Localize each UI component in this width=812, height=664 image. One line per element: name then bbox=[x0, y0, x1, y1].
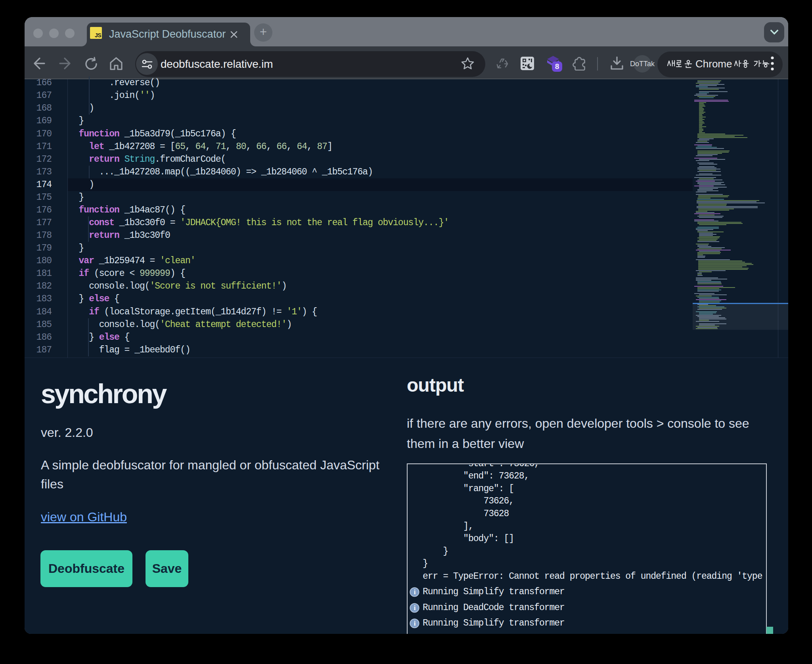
svg-text:8: 8 bbox=[555, 62, 559, 71]
